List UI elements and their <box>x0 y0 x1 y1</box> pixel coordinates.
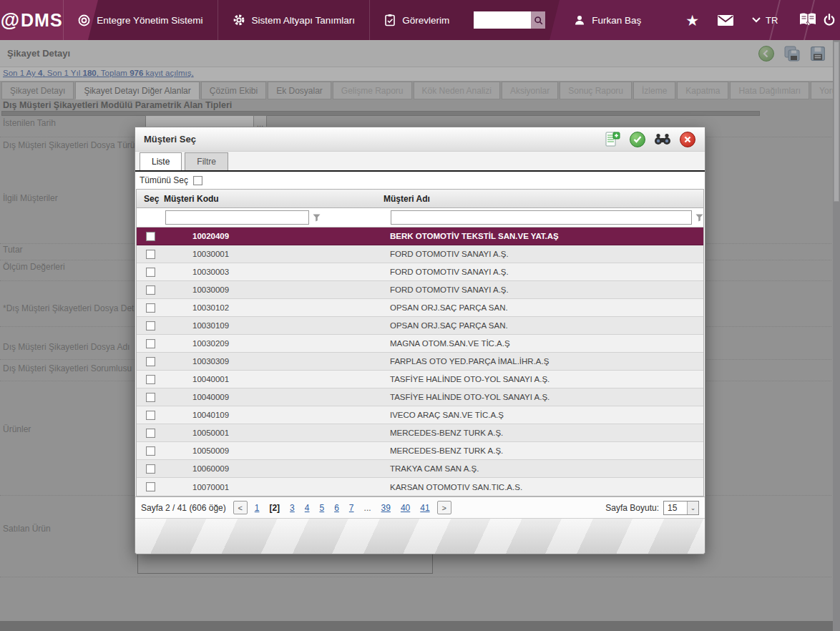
row-checkbox[interactable] <box>146 285 155 295</box>
page-link-6[interactable]: 6 <box>334 503 339 513</box>
page-link-1[interactable]: 1 <box>255 503 260 513</box>
row-checkbox[interactable] <box>146 411 155 420</box>
table-row[interactable]: 10030003 FORD OTOMOTIV SANAYI A.Ş. <box>137 263 703 281</box>
customer-name: KARSAN OTOMOTIV SAN.TIC.A.S. <box>384 483 703 491</box>
favorites-icon[interactable]: ★ <box>685 13 699 28</box>
column-header-musteri-kodu[interactable]: Müşteri Kodu <box>164 194 384 204</box>
logout-button[interactable] <box>819 0 840 40</box>
customer-code: 10050009 <box>164 446 384 455</box>
close-dialog-button[interactable] <box>679 131 696 148</box>
menu-label: Görevlerim <box>402 15 449 26</box>
user-guide-button[interactable] <box>796 0 818 40</box>
table-row[interactable]: 10030309 FARPLAS OTO YED.PARÇA İMAL.İHR.… <box>137 353 703 371</box>
page-link-39[interactable]: 39 <box>381 503 391 513</box>
table-row[interactable]: 10020409 BERK OTOMOTİV TEKSTİL SAN.VE YA… <box>137 228 703 245</box>
column-header-sec[interactable]: Seç <box>137 194 164 204</box>
row-checkbox[interactable] <box>146 250 155 259</box>
code-filter-icon[interactable] <box>313 214 321 222</box>
row-checkbox[interactable] <box>146 429 155 438</box>
page-link-3[interactable]: 3 <box>290 503 295 513</box>
customer-code: 10030009 <box>164 285 384 294</box>
page-link-40[interactable]: 40 <box>401 503 410 513</box>
code-filter-input[interactable] <box>165 210 309 225</box>
qdms-logo[interactable]: @ DMS <box>0 9 63 31</box>
row-checkbox[interactable] <box>146 321 155 331</box>
tab-liste[interactable]: Liste <box>140 152 182 170</box>
menu-sistem-altyapi-tanimlari[interactable]: Sistem Altyapı Tanımları <box>218 0 370 40</box>
table-row[interactable]: 10060009 TRAKYA CAM SAN A.Ş. <box>137 460 703 478</box>
excel-add-icon <box>604 131 621 148</box>
customer-code: 10030109 <box>164 321 384 330</box>
page-link-5[interactable]: 5 <box>319 503 324 513</box>
export-excel-button[interactable] <box>604 131 621 148</box>
row-checkbox[interactable] <box>146 446 155 456</box>
chevron-down-icon <box>752 17 761 23</box>
application-window: @ DMS Entegre Yönetim Sistemi Sistem Alt… <box>0 0 840 631</box>
topbar-search <box>474 11 545 29</box>
table-row[interactable]: 10030209 MAGNA OTOM.SAN.VE TİC.A.Ş <box>137 335 703 353</box>
table-row[interactable]: 10070001 KARSAN OTOMOTIV SAN.TIC.A.S. <box>137 478 703 496</box>
binoculars-icon <box>654 133 671 145</box>
customer-name: MAGNA OTOM.SAN.VE TİC.A.Ş <box>384 339 703 348</box>
customer-name: MERCEDES-BENZ TURK A.Ş. <box>384 429 703 437</box>
dialog-title: Müşteri Seç <box>144 134 196 145</box>
column-header-musteri-adi[interactable]: Müşteri Adı <box>384 194 703 204</box>
table-row[interactable]: 10030009 FORD OTOMOTIV SANAYI A.Ş. <box>137 281 703 299</box>
table-row[interactable]: 10030102 OPSAN ORJ.SAÇ PARÇA SAN. <box>137 299 703 317</box>
row-checkbox[interactable] <box>146 375 155 384</box>
user-guide-icon <box>799 12 817 28</box>
customer-code: 10030001 <box>164 250 384 258</box>
name-filter-input[interactable] <box>391 210 692 225</box>
table-row[interactable]: 10040109 IVECO ARAÇ SAN.VE TİC.A.Ş <box>137 406 703 424</box>
row-checkbox[interactable] <box>146 393 155 402</box>
row-checkbox[interactable] <box>146 268 155 277</box>
page-current: [2] <box>269 503 280 513</box>
table-row[interactable]: 10030109 OPSAN ORJ.SAÇ PARÇA SAN. <box>137 317 703 335</box>
customer-code: 10020409 <box>164 232 384 240</box>
search-icon[interactable] <box>531 11 545 29</box>
user-icon <box>574 14 585 26</box>
next-page-button[interactable]: > <box>437 501 451 514</box>
tab-filtre[interactable]: Filtre <box>185 152 228 170</box>
customer-code: 10030102 <box>164 303 384 312</box>
page-link-7[interactable]: 7 <box>349 503 354 513</box>
tasks-icon <box>384 14 396 26</box>
row-checkbox[interactable] <box>146 232 155 241</box>
row-checkbox[interactable] <box>146 482 155 491</box>
row-checkbox[interactable] <box>146 339 155 348</box>
row-checkbox[interactable] <box>146 464 155 474</box>
search-records-button[interactable] <box>654 131 671 148</box>
row-checkbox[interactable] <box>146 303 155 313</box>
qdms-logo-at: @ <box>1 9 20 31</box>
page-size-select[interactable]: 15 ⌄ <box>663 501 699 515</box>
customer-code: 10070001 <box>164 483 384 491</box>
table-row[interactable]: 10050009 MERCEDES-BENZ TURK A.Ş. <box>137 442 703 460</box>
customer-select-dialog: Müşteri Seç <box>135 127 705 554</box>
menu-gorevlerim[interactable]: Görevlerim <box>369 0 464 40</box>
page-link-41[interactable]: 41 <box>420 503 429 513</box>
dialog-titlebar: Müşteri Seç <box>135 127 705 152</box>
customer-name: IVECO ARAÇ SAN.VE TİC.A.Ş <box>384 411 703 419</box>
table-row[interactable]: 10040001 TASFİYE HALİNDE OTO-YOL SANAYI … <box>137 371 703 388</box>
table-row[interactable]: 10030001 FORD OTOMOTIV SANAYI A.Ş. <box>137 245 703 263</box>
mail-icon[interactable] <box>718 15 733 26</box>
customer-name: OPSAN ORJ.SAÇ PARÇA SAN. <box>384 321 703 330</box>
prev-page-button[interactable]: < <box>233 501 248 514</box>
select-all-checkbox[interactable] <box>193 176 202 185</box>
table-row[interactable]: 10040009 TASFİYE HALİNDE OTO-YOL SANAYI … <box>137 388 703 406</box>
customer-name: TASFİYE HALİNDE OTO-YOL SANAYI A.Ş. <box>384 393 703 401</box>
page-ellipsis: ... <box>364 503 371 513</box>
user-menu[interactable]: Furkan Baş <box>574 14 641 26</box>
menu-entegre-yonetim-sistemi[interactable]: Entegre Yönetim Sistemi <box>63 0 217 40</box>
page-size-label: Sayfa Boyutu: <box>605 503 659 513</box>
row-checkbox[interactable] <box>146 357 155 366</box>
name-filter-icon[interactable] <box>695 214 703 222</box>
dialog-footer <box>135 518 705 554</box>
customer-name: FORD OTOMOTIV SANAYI A.Ş. <box>384 285 703 294</box>
search-input[interactable] <box>474 11 531 29</box>
confirm-selection-button[interactable] <box>629 131 646 148</box>
gear-icon <box>233 14 245 26</box>
language-selector[interactable]: TR <box>752 15 778 26</box>
page-link-4[interactable]: 4 <box>305 503 310 513</box>
table-row[interactable]: 10050001 MERCEDES-BENZ TURK A.Ş. <box>137 424 703 442</box>
